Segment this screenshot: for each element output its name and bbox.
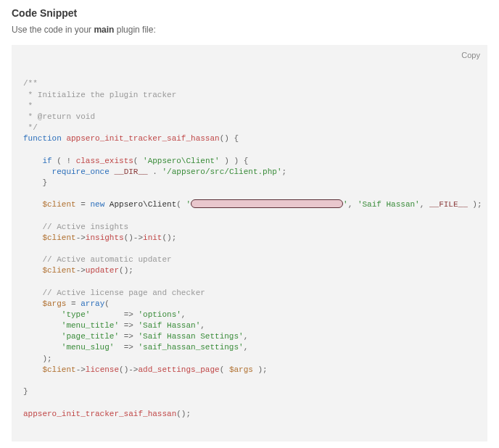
code-str: 'Saif Hassan Settings'	[138, 332, 243, 341]
code-kw: if	[42, 157, 51, 165]
code-funccall: appsero_init_tracker_saif_hassan	[23, 410, 176, 418]
code-comment: /**	[23, 79, 38, 88]
instruction-prefix: Use the code in your	[12, 25, 94, 35]
code-str: 'menu_title'	[62, 321, 119, 330]
section-title: Code Snippet	[12, 7, 487, 19]
code-str: 'saif_hassan_settings'	[138, 343, 243, 352]
code-kw: new	[90, 200, 104, 209]
code-class: Appsero\Client	[110, 200, 176, 209]
code-var: $args	[229, 365, 253, 374]
code-method: updater	[86, 266, 119, 275]
code-var: $client	[42, 233, 75, 242]
code-str: '	[343, 200, 348, 209]
code-const: __DIR__	[114, 167, 147, 176]
code-op: !	[66, 157, 71, 165]
code-str: 'Appsero\Client'	[143, 157, 220, 165]
instruction-suffix: plugin file:	[114, 25, 155, 35]
code-comment: // Active insights	[42, 223, 128, 231]
code-method: insights	[86, 233, 124, 242]
code-var: $client	[42, 365, 75, 374]
code-str: 'page_title'	[62, 332, 119, 341]
code-op: .	[152, 167, 157, 176]
code-method: add_settings_page	[138, 365, 219, 374]
code-comment: *	[23, 101, 33, 110]
code-comment: * Initialize the plugin tracker	[23, 91, 176, 99]
code-method: init	[143, 233, 162, 242]
code-kw: require_once	[52, 167, 110, 176]
code-comment: // Active automatic updater	[42, 255, 171, 264]
code-const: __FILE__	[429, 200, 468, 209]
code-str: 'options'	[138, 310, 181, 319]
code-str: 'Saif Hassan'	[138, 321, 200, 330]
code-fn: class_exists	[76, 157, 133, 165]
code-str: 'menu_slug'	[62, 343, 115, 352]
code-method: license	[86, 365, 119, 374]
code-str: 'Saif Hassan'	[358, 200, 420, 209]
code-comment: * @return void	[23, 112, 95, 121]
code-str: 'type'	[62, 310, 91, 319]
code-kw: array	[81, 299, 104, 308]
code-kw: function	[23, 134, 62, 143]
instruction-text: Use the code in your main plugin file:	[12, 25, 487, 35]
code-var: $client	[42, 200, 75, 209]
copy-button[interactable]: Copy	[461, 51, 480, 59]
code-funcname: appsero_init_tracker_saif_hassan	[66, 134, 219, 143]
code-comment: // Active license page and checker	[42, 289, 205, 297]
code-var: $client	[42, 266, 75, 275]
code-var: $args	[42, 299, 66, 308]
redacted-token	[191, 199, 343, 208]
instruction-bold: main	[94, 25, 114, 35]
code-comment: */	[23, 123, 38, 132]
code-str: '/appsero/src/Client.php'	[162, 167, 281, 176]
code-snippet-block: Copy /** * Initialize the plugin tracker…	[12, 45, 487, 441]
code-str: '	[186, 200, 191, 209]
